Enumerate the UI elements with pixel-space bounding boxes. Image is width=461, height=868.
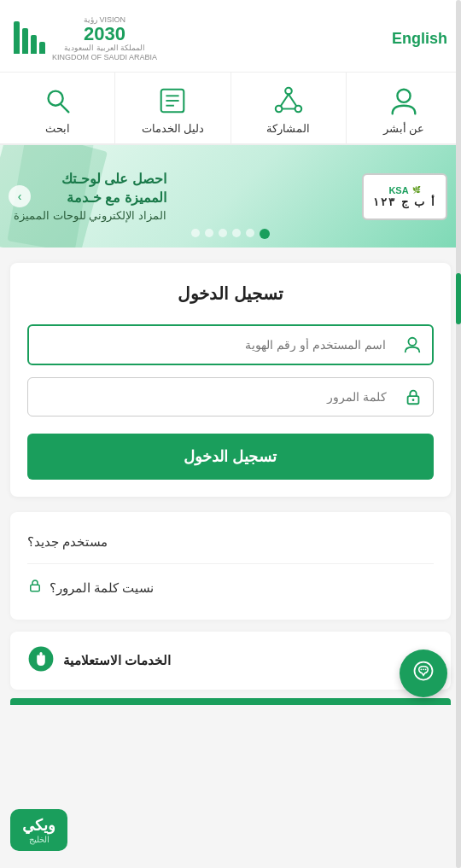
nav-label-guide: دليل الخدمات [142,122,205,135]
password-input-group [27,377,434,417]
svg-point-0 [397,90,410,102]
wiki-name: ويكي [22,816,55,835]
kingdom-text: المملكة العربية السعوديةKINGDOM OF SAUDI… [52,44,157,62]
banner-subtitle: المزاد الإلكتروني للوحات المميزة [14,208,166,224]
nav-label-participation: المشاركة [266,122,310,135]
login-section: تسجيل الدخول تسجيل الدخول [10,263,451,497]
nav-item-participation[interactable]: المشاركة [230,73,346,143]
inquiry-label: الخدمات الاستعلامية [63,653,171,668]
bar-1 [39,42,45,54]
chat-icon [411,659,435,689]
language-toggle[interactable]: English [392,30,447,48]
nav-label-absher: عن أبشر [383,122,425,135]
plate-header: 🌿 KSA [388,185,420,195]
vision-logo-area: VISION رؤية 2030 المملكة العربية السعودي… [14,15,157,61]
new-user-label: مستخدم جديد؟ [27,534,108,550]
inquiry-section: الخدمات الاستعلامية [10,632,451,690]
svg-point-17 [415,661,433,679]
username-input-group [27,324,434,365]
wiki-logo: ويكي الخليج [10,809,67,851]
svg-rect-16 [31,585,40,592]
scroll-track [456,0,461,868]
svg-point-13 [408,338,416,346]
search-icon [41,84,73,117]
bar-4 [14,21,20,54]
svg-point-1 [285,88,292,95]
login-links-section: مستخدم جديد؟ نسيت كلمة المرور؟ [10,512,451,620]
svg-point-19 [423,668,424,670]
banner-dots [191,229,270,239]
forgot-password-label: نسيت كلمة المرور؟ [50,580,154,596]
svg-line-4 [280,95,289,107]
promo-banner: 🌿 KSA أ ب ج ١٢٣ احصل على لوحـتك المميزة … [0,145,461,248]
password-input[interactable] [28,378,394,416]
username-input[interactable] [29,326,393,364]
login-button[interactable]: تسجيل الدخول [27,434,434,480]
nav-row: عن أبشر المشاركة دليل الخدمات [0,73,461,145]
banner-text-area: احصل على لوحـتك المميزة مع خـدمة المزاد … [14,170,166,224]
dot-1 [260,229,270,239]
banner-title-line1: احصل على لوحـتك المميزة مع خـدمة [14,170,166,208]
bar-2 [31,35,37,54]
svg-point-18 [421,668,423,670]
new-user-link[interactable]: مستخدم جديد؟ [27,521,434,564]
nav-item-guide[interactable]: دليل الخدمات [114,73,230,143]
license-plate: 🌿 KSA أ ب ج ١٢٣ [362,173,447,220]
vision-2030-logo: VISION رؤية 2030 المملكة العربية السعودي… [52,15,157,61]
login-title: تسجيل الدخول [27,283,434,304]
svg-point-11 [49,91,63,106]
bar-3 [22,28,28,54]
dot-3 [232,229,241,237]
lock-small-icon [27,578,43,597]
nav-item-search[interactable]: ابحث [0,73,114,143]
wiki-sub: الخليج [29,835,50,844]
hand-icon [27,645,55,676]
chat-fab-button[interactable] [400,650,447,697]
scroll-thumb[interactable] [456,273,461,324]
vision-year: 2030 [52,25,157,44]
lock-icon [394,387,433,406]
list-icon [156,84,189,117]
plate-numbers: أ ب ج ١٢٣ [373,195,436,208]
share-icon [272,84,305,117]
bottom-bar [10,698,451,705]
plate-ksa-label: KSA [388,185,408,195]
svg-line-5 [289,95,297,107]
dot-5 [205,229,213,237]
nav-label-search: ابحث [45,122,70,135]
nav-item-absher[interactable]: عن أبشر [346,73,461,143]
dot-4 [219,229,227,237]
forgot-password-link[interactable]: نسيت كلمة المرور؟ [27,564,434,611]
dot-6 [191,229,200,237]
svg-point-15 [412,399,415,402]
svg-line-12 [61,105,69,113]
user-icon [393,335,432,354]
header: English VISION رؤية 2030 المملكة العربية… [0,0,461,73]
svg-point-20 [425,668,427,670]
person-icon [388,84,420,117]
bars-chart-icon [14,23,45,54]
dot-2 [246,229,254,237]
banner-next-button[interactable]: › [9,185,31,207]
